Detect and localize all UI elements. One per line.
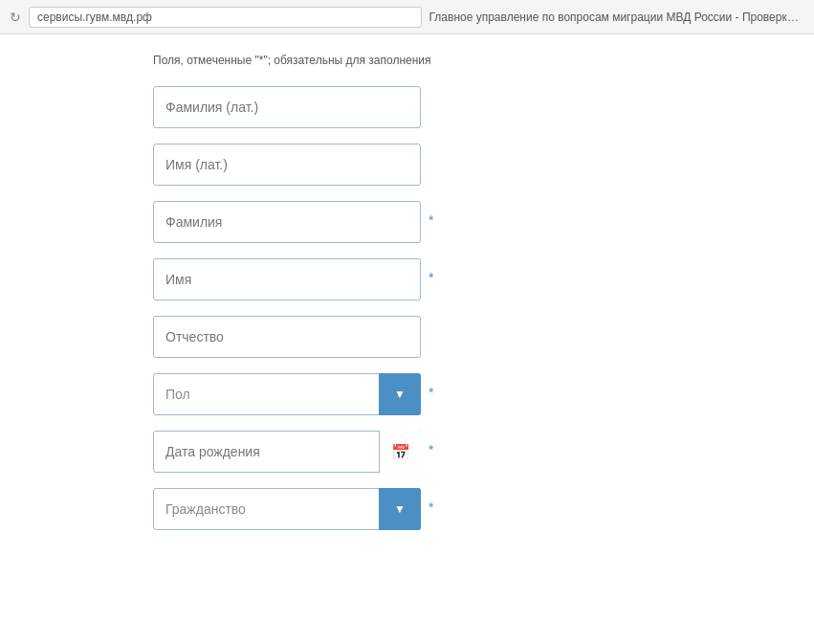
required-star-last-name: * bbox=[429, 212, 433, 228]
input-first-name[interactable] bbox=[153, 258, 421, 300]
browser-bar: ↻ сервисы.гувм.мвд.рф Главное управление… bbox=[0, 0, 814, 34]
main-content: Поля, отмеченные "*"; обязательны для за… bbox=[0, 34, 814, 644]
address-bar[interactable]: сервисы.гувм.мвд.рф bbox=[29, 7, 422, 28]
input-last-name-lat[interactable] bbox=[153, 86, 421, 128]
citizenship-select-wrapper: Гражданство bbox=[153, 488, 421, 530]
field-last-name: * bbox=[153, 201, 661, 243]
required-star-citizenship: * bbox=[429, 500, 433, 515]
back-icon[interactable]: ↻ bbox=[10, 10, 21, 25]
birth-date-wrapper: 📅 bbox=[153, 431, 421, 473]
required-note: Поля, отмеченные "*"; обязательны для за… bbox=[153, 54, 661, 67]
field-middle-name bbox=[153, 316, 661, 358]
calendar-symbol: 📅 bbox=[391, 443, 410, 461]
field-first-name: * bbox=[153, 258, 661, 300]
field-birth-date: 📅 * bbox=[153, 431, 661, 473]
required-star-first-name: * bbox=[429, 270, 433, 285]
input-last-name[interactable] bbox=[153, 201, 421, 243]
select-gender[interactable]: Пол Мужской Женский bbox=[153, 373, 421, 415]
gender-select-wrapper: Пол Мужской Женский bbox=[153, 373, 421, 415]
field-last-name-lat bbox=[153, 86, 661, 128]
required-star-gender: * bbox=[429, 385, 433, 400]
field-first-name-lat bbox=[153, 144, 661, 186]
field-citizenship: Гражданство * bbox=[153, 488, 661, 530]
required-star-birth-date: * bbox=[429, 442, 433, 457]
calendar-icon[interactable]: 📅 bbox=[379, 431, 421, 473]
input-middle-name[interactable] bbox=[153, 316, 421, 358]
input-first-name-lat[interactable] bbox=[153, 144, 421, 186]
page-title: Главное управление по вопросам миграции … bbox=[429, 11, 805, 24]
select-citizenship[interactable]: Гражданство bbox=[153, 488, 421, 530]
field-gender: Пол Мужской Женский * bbox=[153, 373, 661, 415]
url-text: сервисы.гувм.мвд.рф bbox=[37, 11, 152, 24]
